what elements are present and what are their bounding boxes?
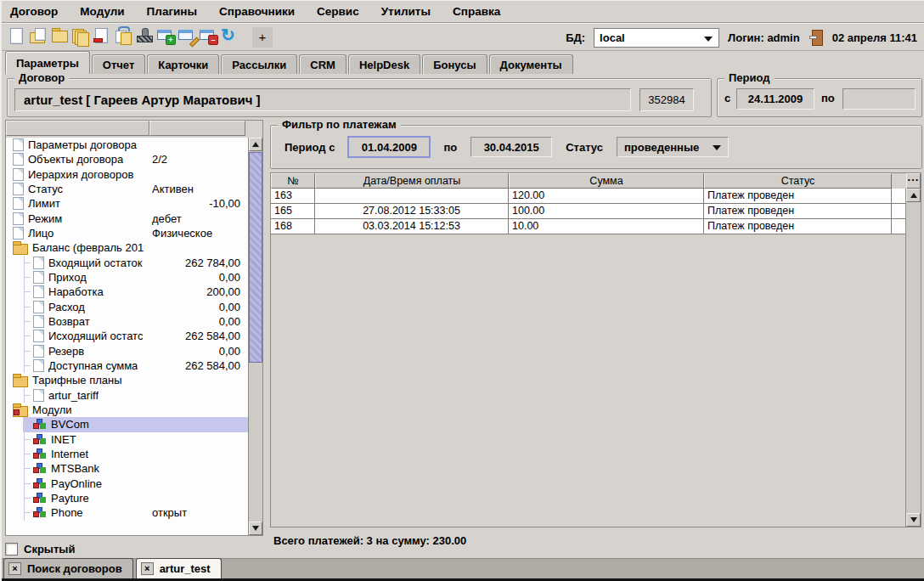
tree-row-Входящий остаток[interactable]: Входящий остаток262 784,00 bbox=[6, 256, 249, 270]
scroll-down-button[interactable] bbox=[249, 522, 262, 535]
new-contract-icon[interactable] bbox=[7, 25, 27, 46]
db-label: БД: bbox=[566, 31, 585, 44]
document-icon bbox=[33, 285, 44, 298]
tree-row-Payture[interactable]: Payture bbox=[6, 491, 249, 505]
tree-row-Internet[interactable]: Internet bbox=[6, 447, 249, 461]
tree-row-Расход[interactable]: Расход0,00 bbox=[6, 300, 249, 314]
tree-row-artur_tariff[interactable]: artur_tariff bbox=[6, 388, 249, 403]
tree-row-value: 200,00 bbox=[149, 285, 244, 298]
tree-row-Исходящий остатс[interactable]: Исходящий остатс262 584,00 bbox=[6, 329, 249, 343]
menu-item-Сервис[interactable]: Сервис bbox=[317, 5, 359, 18]
open-contract-icon[interactable] bbox=[28, 25, 48, 46]
db-select[interactable]: local bbox=[594, 28, 719, 48]
column-header-Статус[interactable]: Статус bbox=[704, 173, 892, 189]
copy-contract-icon[interactable] bbox=[113, 25, 133, 46]
window-add-icon[interactable]: + bbox=[155, 25, 176, 46]
close-contract-icon[interactable] bbox=[92, 25, 112, 46]
tab-Документы[interactable]: Документы bbox=[489, 54, 573, 74]
menu-item-Справка[interactable]: Справка bbox=[453, 5, 500, 18]
scroll-down-button[interactable] bbox=[906, 513, 921, 527]
close-tab-icon[interactable]: × bbox=[141, 562, 154, 575]
stamp-icon[interactable] bbox=[134, 25, 155, 46]
scroll-up-button[interactable] bbox=[906, 189, 921, 202]
tree-row-Объекты договора[interactable]: Объекты договора2/2 bbox=[6, 152, 249, 166]
column-header-№[interactable]: № bbox=[271, 173, 315, 189]
tree-row-Лицо[interactable]: ЛицоФизическое bbox=[6, 226, 249, 240]
tree-row-Резерв[interactable]: Резерв0,00 bbox=[6, 344, 249, 358]
table-row-168[interactable]: 16803.03.2014 15:12:5310.00Платеж провед… bbox=[271, 219, 906, 234]
tree-row-Доступная сумма[interactable]: Доступная сумма262 584,00 bbox=[6, 358, 249, 373]
filter-status-value: проведенные bbox=[624, 141, 699, 154]
tree-row-BVCom[interactable]: BVCom bbox=[6, 417, 249, 432]
table-row-163[interactable]: 163120.00Платеж проведен bbox=[271, 189, 906, 204]
menu-item-Утилиты[interactable]: Утилиты bbox=[381, 5, 431, 18]
tree-row-Параметры договора[interactable]: Параметры договора bbox=[6, 138, 249, 152]
contracts-list-icon[interactable] bbox=[70, 25, 91, 46]
filter-status-select[interactable]: проведенные bbox=[617, 137, 729, 157]
tab-Рассылки[interactable]: Рассылки bbox=[221, 54, 297, 74]
tree-vertical-scrollbar[interactable] bbox=[248, 138, 262, 535]
module-cubes-icon bbox=[33, 434, 47, 445]
tree-row-Наработка[interactable]: Наработка200,00 bbox=[6, 285, 249, 299]
tab-Отчет[interactable]: Отчет bbox=[92, 54, 145, 74]
column-header-Сумма[interactable]: Сумма bbox=[509, 173, 704, 189]
menu-item-Модули[interactable]: Модули bbox=[80, 5, 124, 18]
bottom-tab-label: Поиск договоров bbox=[27, 562, 122, 575]
hidden-checkbox[interactable] bbox=[5, 543, 18, 556]
tree-header-col1[interactable] bbox=[6, 121, 149, 136]
filter-from-field[interactable]: 01.04.2009 bbox=[348, 137, 430, 157]
tree-row-value: 0,00 bbox=[149, 345, 244, 358]
cell: 100.00 bbox=[509, 204, 704, 218]
tree-row-Phone[interactable]: Phoneоткрыт bbox=[6, 505, 249, 520]
period-from-field[interactable]: 24.11.2009 bbox=[736, 88, 814, 110]
window-close-icon[interactable]: – bbox=[198, 25, 218, 46]
tree-row-INET[interactable]: INET bbox=[6, 432, 249, 447]
add-tab-button[interactable]: + bbox=[252, 27, 273, 48]
refresh-icon[interactable] bbox=[219, 25, 239, 46]
cell: Платеж проведен bbox=[704, 189, 892, 203]
tab-HelpDesk[interactable]: HelpDesk bbox=[348, 54, 420, 74]
menu-item-Справочники[interactable]: Справочники bbox=[219, 5, 295, 18]
tree-row-MTSBank[interactable]: MTSBank bbox=[6, 461, 249, 476]
scroll-up-button[interactable] bbox=[249, 138, 262, 151]
column-settings-button[interactable]: ... bbox=[906, 173, 921, 189]
scrollbar-thumb[interactable] bbox=[249, 152, 262, 363]
tab-Карточки[interactable]: Карточки bbox=[147, 54, 219, 74]
module-cube-green bbox=[40, 423, 46, 429]
tree-row-label: Иерархия договоров bbox=[28, 168, 133, 181]
tab-Параметры[interactable]: Параметры bbox=[5, 51, 90, 74]
logout-door-icon[interactable] bbox=[808, 29, 824, 46]
tree-row-Модули[interactable]: Модули bbox=[6, 403, 249, 417]
tree-row-PayOnline[interactable]: PayOnline bbox=[6, 477, 249, 491]
folder-icon[interactable] bbox=[49, 25, 70, 46]
menu-item-Договор[interactable]: Договор bbox=[10, 5, 58, 18]
document-icon bbox=[13, 227, 24, 240]
column-header-Дата/Время оплаты[interactable]: Дата/Время оплаты bbox=[315, 173, 509, 189]
period-to-field[interactable] bbox=[842, 88, 916, 110]
tree-row-Статус[interactable]: СтатусАктивен bbox=[6, 182, 249, 196]
tree-row-Лимит[interactable]: Лимит-10,00 bbox=[6, 196, 249, 211]
table-vertical-scrollbar[interactable] bbox=[905, 189, 921, 527]
tree-row-Тарифные планы[interactable]: Тарифные планы bbox=[6, 373, 249, 387]
tree-header-col2[interactable] bbox=[149, 121, 245, 136]
filter-to-field[interactable]: 30.04.2015 bbox=[470, 137, 552, 157]
window-edit-icon[interactable] bbox=[177, 25, 197, 46]
bottom-tab-artur_test[interactable]: ×artur_test bbox=[136, 558, 222, 578]
contract-name-field[interactable]: artur_test [ Гареев Артур Маратович ] bbox=[14, 88, 631, 111]
folder-icon bbox=[13, 376, 28, 387]
tab-Бонусы[interactable]: Бонусы bbox=[422, 54, 487, 74]
tree-row-Иерархия договоров[interactable]: Иерархия договоров bbox=[6, 167, 249, 182]
table-row-165[interactable]: 16527.08.2012 15:33:05100.00Платеж прове… bbox=[271, 204, 906, 219]
tab-CRM[interactable]: CRM bbox=[299, 54, 346, 74]
bottom-tab-Поиск договоров[interactable]: ×Поиск договоров bbox=[3, 558, 133, 578]
tree-body: Параметры договораОбъекты договора2/2Иер… bbox=[6, 138, 249, 535]
tree-row-Режим[interactable]: Режимдебет bbox=[6, 212, 249, 226]
cell: Платеж проведен bbox=[704, 219, 892, 234]
tree-row-Приход[interactable]: Приход0,00 bbox=[6, 270, 249, 285]
tree-row-Баланс (февраль 2015[interactable]: Баланс (февраль 2015 bbox=[6, 240, 249, 255]
tree-row-label: Наработка bbox=[48, 285, 104, 298]
menu-bar: ДоговорМодулиПлагиныСправочникиСервисУти… bbox=[2, 1, 924, 23]
tree-row-Возврат[interactable]: Возврат0,00 bbox=[6, 314, 249, 329]
menu-item-Плагины[interactable]: Плагины bbox=[147, 5, 197, 18]
close-tab-icon[interactable]: × bbox=[8, 562, 21, 575]
